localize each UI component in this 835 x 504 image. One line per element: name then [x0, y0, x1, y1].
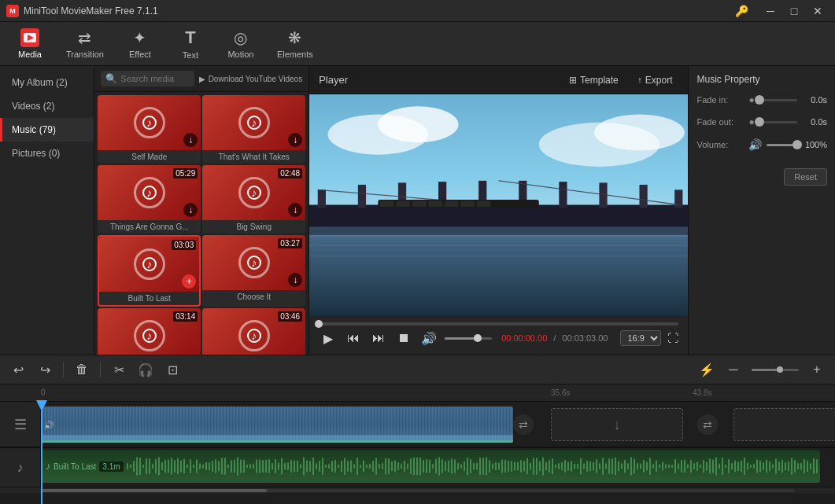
volume-icon: 🔊 — [748, 138, 762, 151]
volume-row: Volume: 🔊 100% — [696, 138, 827, 151]
undo-button[interactable]: ↩ — [6, 358, 30, 381]
svg-rect-59 — [202, 465, 204, 469]
toolbar-elements-button[interactable]: ❋ Elements — [268, 24, 323, 64]
reset-button[interactable]: Reset — [784, 168, 827, 186]
close-button[interactable]: ✕ — [807, 3, 829, 19]
cut-button[interactable]: ✂ — [107, 358, 131, 381]
minimize-button[interactable]: ─ — [759, 3, 781, 19]
redo-button[interactable]: ↪ — [33, 358, 57, 381]
video-clip[interactable]: 🔊 — [41, 407, 513, 443]
sidebar-item-album[interactable]: My Album (2) — [0, 71, 94, 94]
media-duration: 03:03 — [172, 240, 196, 250]
sidebar-item-pictures[interactable]: Pictures (0) — [0, 142, 94, 165]
svg-point-6 — [379, 106, 459, 142]
svg-rect-242 — [778, 462, 780, 471]
fade-in-value: 0.0s — [802, 95, 827, 105]
audio-edit-button[interactable]: 🎧 — [134, 358, 157, 381]
svg-rect-117 — [385, 458, 386, 475]
empty-clip-1[interactable]: ↓ — [551, 408, 683, 441]
svg-rect-230 — [741, 461, 742, 473]
list-item[interactable]: ↓ That's What It Takes — [202, 95, 305, 164]
media-download-button[interactable]: ↓ — [183, 203, 198, 217]
fullscreen-button[interactable]: ⛶ — [667, 332, 678, 344]
scrollbar-track[interactable] — [41, 489, 794, 492]
fade-in-row: Fade in: ● 0.0s — [696, 94, 827, 105]
scrollbar-thumb[interactable] — [41, 489, 267, 492]
list-item[interactable]: 03:46 — [202, 308, 305, 355]
app-title: MiniTool MovieMaker Free 7.1.1 — [24, 6, 730, 17]
delete-button[interactable]: 🗑 — [70, 358, 94, 381]
svg-rect-50 — [174, 460, 175, 473]
zoom-slider[interactable] — [752, 369, 799, 371]
timeline-scrollbar[interactable] — [0, 487, 835, 493]
volume-button[interactable]: 🔊 — [419, 329, 438, 348]
list-item[interactable]: ↓ Self Made — [98, 95, 201, 164]
music-clip[interactable]: ♪ Built To Last 3.1m — [41, 450, 820, 483]
svg-rect-44 — [155, 459, 157, 474]
volume-value: 100% — [802, 140, 827, 149]
sidebar-item-videos[interactable]: Videos (2) — [0, 94, 94, 118]
svg-rect-105 — [347, 461, 349, 472]
media-download-button[interactable]: ↓ — [288, 133, 302, 147]
list-item[interactable]: 03:27 ↓ Choose It — [202, 235, 305, 307]
svg-rect-33 — [477, 200, 491, 207]
media-download-button[interactable]: ↓ — [183, 133, 198, 147]
prev-frame-button[interactable]: ⏮ — [344, 329, 363, 348]
list-item[interactable]: 05:29 ↓ Things Are Gonna G... — [98, 165, 201, 234]
youtube-download-button[interactable]: ▶ Download YouTube Videos — [199, 75, 303, 83]
timeline-split-button[interactable]: ⚡ — [695, 358, 719, 381]
progress-thumb[interactable] — [315, 320, 323, 328]
list-item[interactable]: 03:03 + Built To Last — [98, 235, 201, 307]
media-duration: 05:29 — [173, 168, 198, 178]
zoom-minus-button[interactable]: ─ — [722, 358, 745, 381]
aspect-ratio-select[interactable]: 16:9 9:16 1:1 4:3 — [620, 330, 661, 346]
media-add-button[interactable]: + — [182, 274, 196, 289]
media-thumb: ↓ — [202, 95, 305, 150]
transfer-button-1[interactable]: ⇄ — [513, 414, 534, 435]
search-input[interactable] — [120, 74, 189, 83]
search-box[interactable]: 🔍 — [101, 71, 194, 86]
music-track-content[interactable]: ♪ Built To Last 3.1m — [41, 448, 835, 487]
toolbar-motion-button[interactable]: ◎ Motion — [217, 24, 264, 64]
svg-rect-180 — [583, 463, 585, 469]
empty-clip-2[interactable] — [733, 408, 835, 441]
media-download-button[interactable]: ↓ — [288, 273, 302, 287]
list-item[interactable]: 03:14 — [98, 308, 201, 355]
crop-button[interactable]: ⊡ — [161, 358, 184, 381]
fade-in-slider[interactable] — [759, 99, 797, 101]
video-track-content[interactable]: 🔊 ⇄ ↓ ⇄ — [41, 402, 835, 447]
timeline-cursor[interactable] — [41, 402, 42, 504]
restore-button[interactable]: □ — [783, 3, 805, 19]
player-area: Player ⊞ Template ↑ Export — [309, 66, 688, 355]
svg-rect-228 — [734, 460, 736, 472]
template-button[interactable]: ⊞ Template — [563, 72, 625, 89]
svg-rect-15 — [358, 185, 366, 208]
sidebar-item-music[interactable]: Music (79) — [0, 118, 94, 142]
toolbar-media-button[interactable]: Media — [6, 24, 54, 64]
list-item[interactable]: 02:48 ↓ Big Swing — [202, 165, 305, 234]
svg-rect-76 — [256, 459, 257, 473]
svg-rect-27 — [380, 200, 394, 207]
next-frame-button[interactable]: ⏭ — [369, 329, 388, 348]
zoom-plus-button[interactable]: + — [805, 358, 829, 381]
toolbar-text-button[interactable]: T Text — [167, 24, 214, 64]
svg-rect-135 — [442, 459, 443, 473]
volume-slider[interactable] — [767, 144, 797, 146]
toolbar-transition-button[interactable]: ⇄ Transition — [57, 24, 113, 64]
transfer-button-2[interactable]: ⇄ — [697, 414, 718, 435]
media-download-button[interactable]: ↓ — [288, 203, 302, 217]
svg-rect-30 — [428, 200, 442, 207]
svg-rect-22 — [640, 185, 648, 208]
progress-bar[interactable] — [319, 322, 678, 326]
player-screen — [309, 94, 688, 315]
svg-rect-139 — [454, 459, 456, 473]
svg-rect-107 — [353, 464, 355, 469]
svg-rect-161 — [523, 461, 525, 471]
stop-button[interactable]: ⏹ — [394, 329, 413, 348]
export-button[interactable]: ↑ Export — [631, 72, 679, 89]
volume-slider[interactable] — [445, 337, 492, 340]
motion-label: Motion — [227, 50, 253, 59]
play-button[interactable]: ▶ — [319, 329, 338, 348]
fade-out-slider[interactable] — [759, 121, 797, 123]
toolbar-effect-button[interactable]: ✦ Effect — [116, 24, 164, 64]
